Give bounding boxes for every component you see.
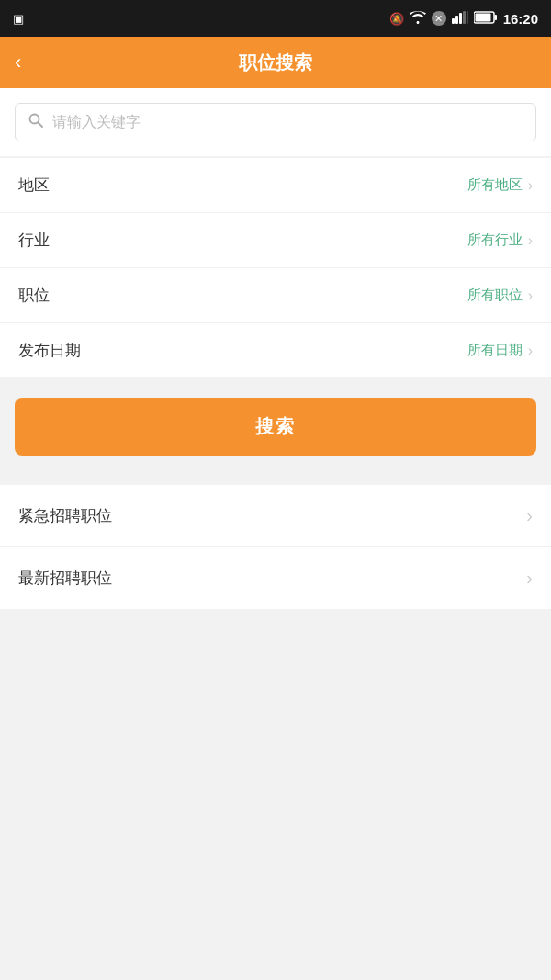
- search-button[interactable]: 搜索: [15, 398, 536, 456]
- quick-row-urgent[interactable]: 紧急招聘职位 ›: [0, 485, 551, 547]
- svg-line-9: [39, 123, 43, 128]
- chevron-right-icon-latest: ›: [526, 568, 533, 589]
- time-display: 16:20: [503, 11, 538, 27]
- filter-label-region: 地区: [18, 175, 50, 196]
- quick-links-section: 紧急招聘职位 › 最新招聘职位 ›: [0, 485, 551, 609]
- quick-label-urgent: 紧急招聘职位: [18, 505, 112, 526]
- filter-row-date[interactable]: 发布日期 所有日期 ›: [0, 323, 551, 377]
- status-bar-left: ▣: [13, 12, 24, 26]
- wifi-icon: [410, 11, 426, 27]
- status-bar: ▣ 🔕 ✕ 16:20: [0, 0, 551, 37]
- page-header: ‹ 职位搜索: [0, 37, 551, 88]
- search-icon: [28, 113, 43, 131]
- filter-value-region: 所有地区: [467, 176, 523, 194]
- svg-rect-3: [463, 11, 466, 24]
- search-section: [0, 88, 551, 156]
- chevron-right-icon-urgent: ›: [526, 505, 533, 526]
- x-icon: ✕: [432, 11, 446, 26]
- chevron-right-icon-industry: ›: [528, 232, 533, 249]
- filter-row-region[interactable]: 地区 所有地区 ›: [0, 158, 551, 213]
- filter-row-industry[interactable]: 行业 所有行业 ›: [0, 213, 551, 268]
- quick-label-latest: 最新招聘职位: [18, 568, 112, 589]
- svg-rect-4: [467, 11, 468, 24]
- battery-icon: [474, 11, 498, 27]
- filter-value-wrap-date: 所有日期 ›: [467, 342, 533, 359]
- search-btn-section: 搜索: [0, 379, 551, 474]
- quick-row-latest[interactable]: 最新招聘职位 ›: [0, 547, 551, 609]
- filter-label-position: 职位: [18, 285, 50, 306]
- filter-row-position[interactable]: 职位 所有职位 ›: [0, 268, 551, 323]
- chevron-right-icon-date: ›: [528, 343, 533, 359]
- filter-value-wrap-industry: 所有行业 ›: [467, 231, 533, 249]
- back-button[interactable]: ‹: [15, 52, 21, 73]
- filter-value-industry: 所有行业: [467, 231, 523, 249]
- svg-rect-7: [475, 13, 490, 21]
- svg-rect-6: [494, 15, 497, 20]
- screen-icon: ▣: [13, 12, 24, 26]
- page-title: 职位搜索: [239, 51, 312, 75]
- filter-label-date: 发布日期: [18, 340, 81, 361]
- search-box: [15, 103, 536, 141]
- filter-label-industry: 行业: [18, 230, 50, 251]
- search-input[interactable]: [52, 114, 523, 130]
- filter-value-wrap-region: 所有地区 ›: [467, 176, 533, 194]
- svg-rect-0: [452, 18, 455, 24]
- svg-rect-2: [459, 13, 462, 24]
- filter-value-position: 所有职位: [467, 287, 523, 304]
- status-bar-right: 🔕 ✕ 16:20: [389, 11, 538, 27]
- filter-section: 地区 所有地区 › 行业 所有行业 › 职位 所有职位 › 发布日期 所有日期 …: [0, 158, 551, 377]
- filter-value-date: 所有日期: [467, 342, 523, 359]
- signal-icon: [452, 11, 468, 27]
- mute-icon: 🔕: [389, 12, 404, 26]
- chevron-right-icon-region: ›: [528, 177, 533, 194]
- svg-rect-1: [455, 16, 458, 24]
- filter-value-wrap-position: 所有职位 ›: [467, 287, 533, 304]
- chevron-right-icon-position: ›: [528, 287, 533, 304]
